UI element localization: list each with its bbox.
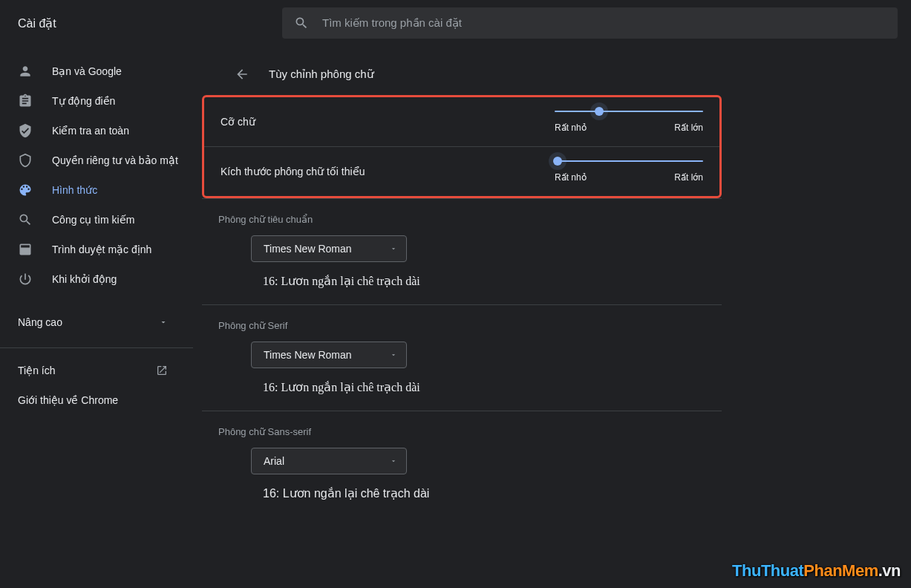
- serif-font-sample: 16: Lươn ngắn lại chê trạch dài: [263, 380, 705, 394]
- sidebar-item-label: Quyền riêng tư và bảo mật: [52, 154, 178, 166]
- standard-font-section: Phông chữ tiêu chuẩn Times New Roman 16:…: [202, 198, 722, 304]
- font-size-slider[interactable]: Rất nhỏ Rất lớn: [555, 111, 703, 133]
- slider-max-label: Rất lớn: [674, 122, 703, 133]
- search-placeholder: Tìm kiếm trong phần cài đặt: [322, 16, 462, 30]
- slider-max-label: Rất lớn: [674, 172, 703, 183]
- sidebar-item-label: Kiểm tra an toàn: [52, 125, 129, 137]
- section-header: Tùy chỉnh phông chữ: [202, 53, 722, 95]
- font-size-row: Cỡ chữ Rất nhỏ Rất lớn: [204, 97, 719, 147]
- back-button[interactable]: [229, 61, 255, 88]
- watermark: ThuThuatPhanMem.vn: [732, 561, 901, 581]
- dropdown-value: Times New Roman: [264, 243, 352, 255]
- standard-font-label: Phông chữ tiêu chuẩn: [218, 214, 705, 225]
- dropdown-value: Times New Roman: [264, 349, 352, 361]
- advanced-label: Nâng cao: [18, 316, 62, 328]
- chevron-down-icon: [390, 351, 397, 359]
- sidebar-advanced-toggle[interactable]: Nâng cao: [0, 304, 186, 340]
- min-font-size-slider[interactable]: Rất nhỏ Rất lớn: [555, 160, 703, 183]
- sans-font-label: Phông chữ Sans-serif: [218, 426, 705, 437]
- section-title: Tùy chỉnh phông chữ: [269, 68, 374, 81]
- sans-font-section: Phông chữ Sans-serif Arial 16: Lươn ngắn…: [202, 411, 722, 517]
- serif-font-label: Phông chữ Serif: [218, 320, 705, 331]
- min-font-size-label: Kích thước phông chữ tối thiểu: [221, 166, 555, 177]
- sidebar-item-you-and-google[interactable]: Bạn và Google: [0, 56, 186, 86]
- power-icon: [18, 272, 33, 287]
- sidebar-item-default-browser[interactable]: Trình duyệt mặc định: [0, 235, 186, 264]
- standard-font-sample: 16: Lươn ngắn lại chê trạch dài: [263, 274, 705, 288]
- sidebar-extensions[interactable]: Tiện ích: [0, 356, 186, 385]
- standard-font-dropdown[interactable]: Times New Roman: [251, 235, 407, 262]
- font-size-label: Cỡ chữ: [221, 116, 555, 128]
- open-in-new-icon: [156, 365, 168, 376]
- settings-header: Cài đặt Tìm kiếm trong phần cài đặt: [0, 0, 911, 46]
- page-title: Cài đặt: [18, 16, 282, 30]
- sidebar-item-on-startup[interactable]: Khi khởi động: [0, 264, 186, 294]
- extensions-label: Tiện ích: [18, 365, 56, 376]
- sidebar-about[interactable]: Giới thiệu về Chrome: [0, 385, 186, 415]
- search-input[interactable]: Tìm kiếm trong phần cài đặt: [282, 7, 898, 39]
- chevron-down-icon: [390, 245, 397, 252]
- chevron-down-icon: [390, 457, 397, 465]
- sans-font-sample: 16: Lươn ngắn lại chê trạch dài: [263, 486, 705, 500]
- sidebar-item-search-engine[interactable]: Công cụ tìm kiếm: [0, 205, 186, 235]
- sidebar-item-privacy[interactable]: Quyền riêng tư và bảo mật: [0, 146, 186, 175]
- browser-icon: [18, 242, 33, 257]
- font-size-sliders-highlight: Cỡ chữ Rất nhỏ Rất lớn Kích thước phông …: [202, 95, 722, 198]
- sidebar-item-label: Trình duyệt mặc định: [52, 244, 151, 255]
- serif-font-section: Phông chữ Serif Times New Roman 16: Lươn…: [202, 304, 722, 411]
- sidebar-item-label: Bạn và Google: [52, 65, 122, 77]
- main-content: Tùy chỉnh phông chữ Cỡ chữ Rất nhỏ Rất l…: [193, 46, 911, 588]
- chevron-down-icon: [159, 318, 168, 327]
- palette-icon: [18, 183, 33, 197]
- sidebar: Bạn và Google Tự động điền Kiểm tra an t…: [0, 46, 193, 588]
- sidebar-item-label: Công cụ tìm kiếm: [52, 214, 134, 226]
- shield-check-icon: [18, 123, 33, 138]
- sidebar-item-label: Tự động điền: [52, 95, 115, 107]
- sidebar-item-label: Khi khởi động: [52, 273, 117, 285]
- shield-icon: [18, 153, 33, 168]
- search-icon: [294, 16, 309, 30]
- slider-min-label: Rất nhỏ: [555, 172, 587, 183]
- sidebar-item-safety-check[interactable]: Kiểm tra an toàn: [0, 116, 186, 146]
- search-icon: [18, 212, 33, 227]
- slider-min-label: Rất nhỏ: [555, 122, 587, 133]
- sidebar-item-autofill[interactable]: Tự động điền: [0, 86, 186, 116]
- min-font-size-row: Kích thước phông chữ tối thiểu Rất nhỏ R…: [204, 147, 719, 196]
- sans-font-dropdown[interactable]: Arial: [251, 448, 407, 474]
- arrow-left-icon: [235, 67, 249, 82]
- clipboard-icon: [18, 94, 33, 108]
- person-icon: [18, 64, 33, 79]
- sidebar-item-label: Hình thức: [52, 184, 97, 196]
- dropdown-value: Arial: [264, 455, 284, 467]
- sidebar-divider: [0, 347, 193, 348]
- about-label: Giới thiệu về Chrome: [18, 394, 118, 406]
- sidebar-item-appearance[interactable]: Hình thức: [0, 175, 186, 205]
- serif-font-dropdown[interactable]: Times New Roman: [251, 342, 407, 368]
